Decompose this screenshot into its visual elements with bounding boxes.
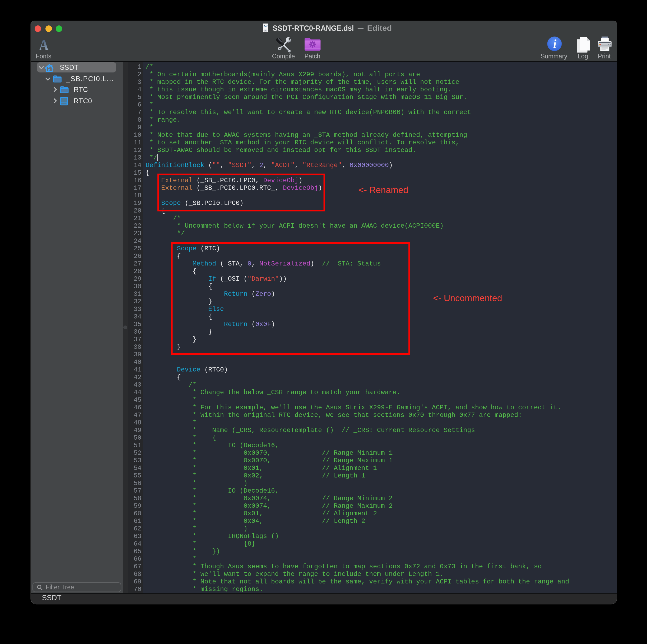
svg-text:i: i <box>553 37 556 51</box>
svg-text:DSL: DSL <box>264 30 267 31</box>
